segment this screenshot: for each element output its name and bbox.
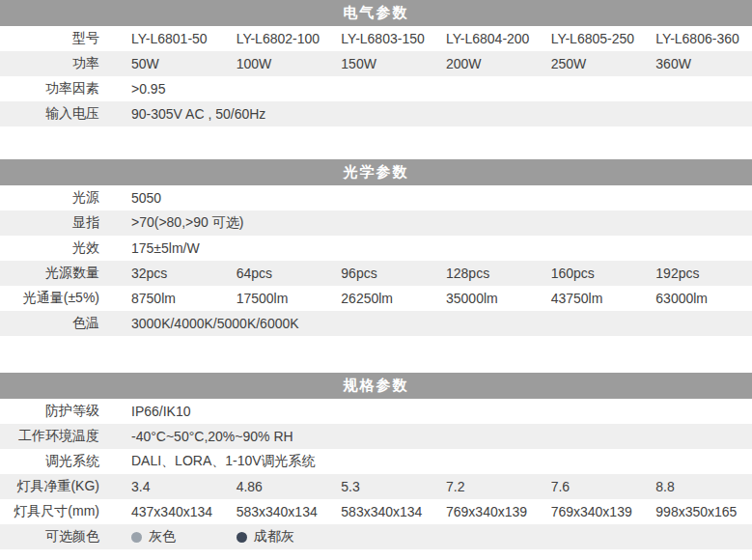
row-label: 灯具尺寸(mm) xyxy=(0,503,123,520)
row-value: 200W xyxy=(437,56,543,71)
table-row: 灯具净重(KG)3.44.865.37.27.68.8 xyxy=(0,474,752,499)
row-value: 17500lm xyxy=(228,291,333,306)
row-label: 功率因素 xyxy=(0,80,123,98)
row-label: 光源 xyxy=(0,189,123,207)
row-value: 63000lm xyxy=(647,291,752,306)
table-title: 电气参数 xyxy=(0,0,752,26)
row-value: 64pcs xyxy=(228,266,333,281)
spec-table-specification-params: 规格参数防护等级IP66/IK10工作环境温度-40°C~50°C,20%~90… xyxy=(0,373,752,549)
row-label: 功率 xyxy=(0,55,123,72)
row-value: IP66/IK10 xyxy=(123,404,752,419)
table-row: 输入电压90-305V AC , 50/60Hz xyxy=(0,101,752,126)
row-value: LY-L6803-150 xyxy=(332,31,437,46)
row-value: 5.3 xyxy=(332,479,437,494)
row-value: 50W xyxy=(123,56,228,71)
table-row: 光通量(±5%)8750lm17500lm26250lm35000lm43750… xyxy=(0,286,752,311)
row-value: 150W xyxy=(332,56,437,71)
row-label: 显指 xyxy=(0,214,123,232)
color-dot-icon xyxy=(131,532,142,543)
table-row: 色温3000K/4000K/5000K/6000K xyxy=(0,311,752,336)
table-row: 灯具尺寸(mm)437x340x134583x340x134583x340x13… xyxy=(0,499,752,524)
row-value: 4.86 xyxy=(228,479,333,494)
row-value: LY-L6804-200 xyxy=(437,31,543,46)
row-label: 可选颜色 xyxy=(0,528,123,546)
row-value: 998x350x165 xyxy=(647,504,752,519)
color-swatch: 灰色 xyxy=(123,528,228,546)
row-label: 光源数量 xyxy=(0,265,123,282)
row-value: 90-305V AC , 50/60Hz xyxy=(123,106,752,122)
row-value: LY-L6802-100 xyxy=(228,31,333,46)
row-value: 8750lm xyxy=(123,291,228,306)
table-row: 可选颜色灰色成都灰 xyxy=(0,524,752,549)
row-value: 32pcs xyxy=(123,266,228,281)
row-value: 769x340x139 xyxy=(437,504,543,519)
table-row: 显指>70(>80,>90 可选) xyxy=(0,210,752,236)
spec-tables-container: 电气参数型号LY-L6801-50LY-L6802-100LY-L6803-15… xyxy=(0,0,752,549)
row-label: 输入电压 xyxy=(0,105,123,123)
row-value: 35000lm xyxy=(437,291,543,306)
row-value: 128pcs xyxy=(437,266,543,281)
row-value: 583x340x134 xyxy=(228,504,333,519)
row-value: 26250lm xyxy=(332,291,437,306)
row-value: 250W xyxy=(543,56,648,71)
table-row: 调光系统DALI、LORA、1-10V调光系统 xyxy=(0,449,752,474)
table-row: 光效175±5lm/W xyxy=(0,236,752,261)
row-label: 灯具净重(KG) xyxy=(0,478,123,495)
row-value: 43750lm xyxy=(543,291,648,306)
row-value: 3000K/4000K/5000K/6000K xyxy=(123,316,752,331)
table-row: 功率因素>0.95 xyxy=(0,76,752,101)
row-value: DALI、LORA、1-10V调光系统 xyxy=(123,453,752,470)
row-value: 583x340x134 xyxy=(332,504,437,519)
spec-table-electrical-params: 电气参数型号LY-L6801-50LY-L6802-100LY-L6803-15… xyxy=(0,0,752,126)
row-value: 7.6 xyxy=(543,479,648,494)
table-row: 防护等级IP66/IK10 xyxy=(0,399,752,424)
row-value: 192pcs xyxy=(647,266,752,281)
row-label: 光效 xyxy=(0,239,123,257)
row-value: 7.2 xyxy=(437,479,543,494)
row-value: LY-L6805-250 xyxy=(543,31,648,46)
color-dot-icon xyxy=(237,532,247,543)
row-value: LY-L6806-360 xyxy=(647,31,752,46)
row-value: 360W xyxy=(647,56,752,71)
table-row: 功率50W100W150W200W250W360W xyxy=(0,51,752,76)
row-value: 100W xyxy=(228,56,333,71)
table-title: 光学参数 xyxy=(0,159,752,185)
table-row: 光源5050 xyxy=(0,185,752,210)
row-value: 3.4 xyxy=(123,479,228,494)
row-label: 光通量(±5%) xyxy=(0,290,123,307)
row-value: 96pcs xyxy=(332,266,437,281)
row-value: -40°C~50°C,20%~90% RH xyxy=(123,429,752,444)
row-value: LY-L6801-50 xyxy=(123,31,228,46)
color-name: 成都灰 xyxy=(254,528,294,546)
row-value: 175±5lm/W xyxy=(123,240,752,256)
table-row: 型号LY-L6801-50LY-L6802-100LY-L6803-150LY-… xyxy=(0,26,752,51)
row-value: 769x340x139 xyxy=(543,504,648,519)
row-value: >70(>80,>90 可选) xyxy=(123,214,752,232)
row-value: >0.95 xyxy=(123,81,752,97)
color-swatch: 成都灰 xyxy=(228,528,333,546)
table-title: 规格参数 xyxy=(0,373,752,399)
row-label: 调光系统 xyxy=(0,453,123,470)
row-label: 工作环境温度 xyxy=(0,428,123,445)
table-row: 光源数量32pcs64pcs96pcs128pcs160pcs192pcs xyxy=(0,261,752,286)
row-value: 8.8 xyxy=(647,479,752,494)
table-row: 工作环境温度-40°C~50°C,20%~90% RH xyxy=(0,424,752,449)
row-label: 色温 xyxy=(0,315,123,332)
color-name: 灰色 xyxy=(149,528,176,546)
row-value: 437x340x134 xyxy=(123,504,228,519)
spec-table-optical-params: 光学参数光源5050显指>70(>80,>90 可选)光效175±5lm/W光源… xyxy=(0,159,752,336)
row-value: 5050 xyxy=(123,190,752,206)
row-value: 160pcs xyxy=(543,266,648,281)
row-label: 型号 xyxy=(0,30,123,47)
row-label: 防护等级 xyxy=(0,403,123,420)
